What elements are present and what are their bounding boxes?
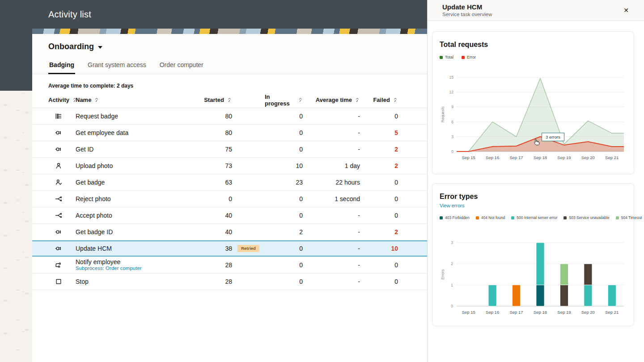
legend-item-500-internal-server-error[interactable]: 500 Internal server error xyxy=(511,215,557,220)
tab-grant-system-access[interactable]: Grant system access xyxy=(87,59,147,74)
cell-activity-type xyxy=(32,278,76,285)
svg-text:Sep 16: Sep 16 xyxy=(486,310,499,315)
cell-failed: 0 xyxy=(360,212,398,219)
service-task-icon xyxy=(55,129,62,136)
table-row-get-badge[interactable]: Get badge632322 hours0 xyxy=(32,174,427,191)
cell-average-time: - xyxy=(303,113,360,120)
table-row-notify-employee[interactable]: Notify employeeSubprocess: Order compute… xyxy=(32,257,427,274)
table-row-get-employee-data[interactable]: Get employee data800-5 xyxy=(32,125,427,141)
service-task-icon xyxy=(55,146,62,153)
svg-text:6: 6 xyxy=(451,120,453,124)
view-errors-link[interactable]: View errors xyxy=(440,203,464,208)
legend-swatch xyxy=(440,216,443,219)
activity-name: Get employee data xyxy=(76,130,128,136)
summary-text: Average time to complete: 2 days xyxy=(32,74,427,92)
legend-label: 403 Forbidden xyxy=(445,215,470,220)
svg-text:Sep 21: Sep 21 xyxy=(605,155,619,160)
errors-bar-chart[interactable]: 0123ErrorsSep 15Sep 16Sep 17Sep 18Sep 19… xyxy=(440,222,627,324)
legend-label: 404 Not found xyxy=(481,215,505,220)
cell-failed: 0 xyxy=(360,278,398,285)
cell-started: 73 xyxy=(187,162,232,169)
sort-icon[interactable] xyxy=(298,97,303,103)
table-row-get-id[interactable]: Get ID750-2 xyxy=(32,141,427,158)
cell-failed: 0 xyxy=(360,195,398,202)
activity-name: Get badge xyxy=(76,179,105,186)
table-header-row: ActivityNameStartedIn progressAverage ti… xyxy=(32,92,427,108)
activity-name: Reject photo xyxy=(76,196,111,202)
cell-name: Reject photo xyxy=(76,196,187,202)
legend-item-504-timeout[interactable]: 504 Timeout xyxy=(616,215,642,220)
cell-started: 40 xyxy=(187,228,232,236)
svg-text:3: 3 xyxy=(451,240,453,245)
requests-line-chart[interactable]: 03691215RequestsSep 15Sep 16Sep 17Sep 18… xyxy=(440,59,627,165)
table-row-update-hcm[interactable]: Update HCM38Retried0-10 xyxy=(32,240,427,257)
cell-name: Accept photo xyxy=(76,212,187,219)
column-label: Activity xyxy=(48,97,69,103)
cell-average-time: 22 hours xyxy=(303,179,360,186)
cell-started: 40 xyxy=(187,212,232,219)
process-selector-label: Onboarding xyxy=(48,42,94,51)
sort-control-name[interactable]: Name xyxy=(76,97,99,103)
legend-swatch xyxy=(564,216,567,219)
chart-title: Error types xyxy=(440,193,627,201)
table-row-stop[interactable]: Stop280-0 xyxy=(32,274,427,290)
svg-text:Sep 17: Sep 17 xyxy=(510,310,523,315)
tab-order-computer[interactable]: Order computer xyxy=(159,59,204,74)
cell-name: Get ID xyxy=(76,146,187,153)
table-row-request-badge[interactable]: Request badge800-0 xyxy=(32,108,427,125)
svg-text:0: 0 xyxy=(451,304,453,308)
chart-title: Total requests xyxy=(440,41,627,49)
cell-name: Get badge xyxy=(76,179,187,186)
activity-name: Request badge xyxy=(76,113,118,120)
legend-item-total[interactable]: Total xyxy=(440,55,453,59)
sort-control-average-time[interactable]: Average time xyxy=(316,97,360,103)
sort-control-in-progress[interactable]: In progress xyxy=(265,93,303,107)
process-selector[interactable]: Onboarding xyxy=(48,42,102,51)
chevron-down-icon xyxy=(98,46,102,49)
activity-name: Accept photo xyxy=(76,212,112,219)
sort-icon[interactable] xyxy=(355,97,360,103)
svg-text:12: 12 xyxy=(449,90,454,94)
cell-average-time: - xyxy=(303,146,360,153)
legend-item-404-not-found[interactable]: 404 Not found xyxy=(476,215,505,220)
subprocess-link[interactable]: Subprocess: Order computer xyxy=(76,265,142,271)
legend-label: Error xyxy=(467,55,476,59)
column-label: In progress xyxy=(265,93,295,107)
cell-in-progress: 2 xyxy=(265,228,303,236)
activity-name: Upload photo xyxy=(76,163,113,169)
cell-started: 75 xyxy=(187,146,232,153)
cell-activity-type xyxy=(32,179,76,186)
legend-item-503-service-unavailable[interactable]: 503 Service unavailable xyxy=(564,215,609,220)
table-row-accept-photo[interactable]: Accept photo400-0 xyxy=(32,207,427,224)
sort-control-started[interactable]: Started xyxy=(204,97,232,103)
sort-control-failed[interactable]: Failed xyxy=(373,97,398,103)
column-label: Average time xyxy=(316,97,352,103)
cell-started: 38 xyxy=(187,245,232,252)
user-task-list-icon xyxy=(55,113,62,120)
sort-control-activity[interactable]: Activity xyxy=(48,97,77,103)
close-icon[interactable]: ✕ xyxy=(623,6,630,15)
cell-average-time: - xyxy=(303,129,360,136)
activity-name: Stop xyxy=(76,278,89,285)
table-row-reject-photo[interactable]: Reject photo001 second0 xyxy=(32,191,427,207)
cell-average-time: - xyxy=(303,228,360,236)
panel-subtitle: Service task overview xyxy=(442,12,644,17)
table-row-upload-photo[interactable]: Upload photo73101 day2 xyxy=(32,158,427,174)
table-row-get-badge-id[interactable]: Get badge ID402-2 xyxy=(32,224,427,240)
gateway-icon xyxy=(55,195,62,202)
legend-item-error[interactable]: Error xyxy=(462,55,476,59)
cell-started: 80 xyxy=(187,129,232,136)
activity-card: Onboarding BadgingGrant system accessOrd… xyxy=(32,29,427,362)
sort-icon[interactable] xyxy=(94,97,99,103)
sort-icon[interactable] xyxy=(227,97,232,103)
legend-swatch xyxy=(462,56,465,59)
svg-text:9: 9 xyxy=(451,105,453,109)
svg-text:Sep 21: Sep 21 xyxy=(605,310,619,315)
legend-item-403-forbidden[interactable]: 403 Forbidden xyxy=(440,215,470,220)
bar-segment-504-timeout xyxy=(560,264,568,285)
sort-icon[interactable] xyxy=(393,97,398,103)
cell-activity-type xyxy=(32,195,76,202)
bar-segment-500-internal-server-error xyxy=(608,285,616,306)
tab-badging[interactable]: Badging xyxy=(48,59,75,74)
decorative-banner xyxy=(32,29,427,34)
